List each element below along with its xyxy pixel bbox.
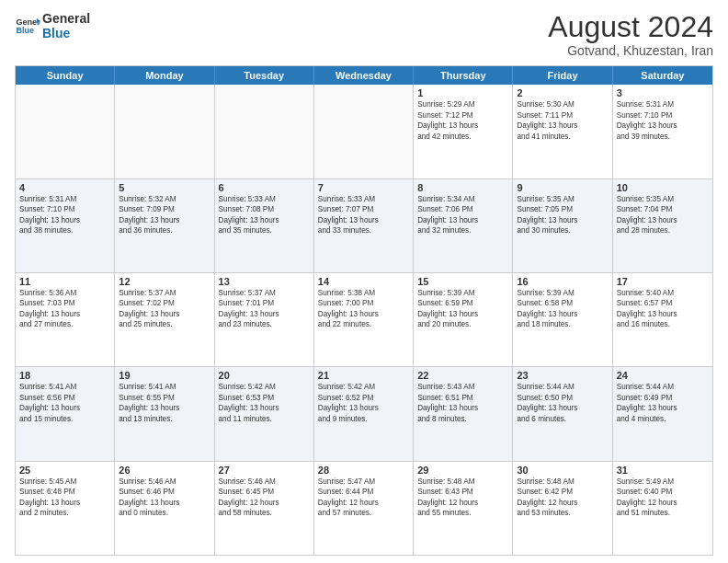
day-info: Sunrise: 5:39 AM Sunset: 6:58 PM Dayligh… [517, 288, 608, 330]
day-info: Sunrise: 5:41 AM Sunset: 6:56 PM Dayligh… [19, 382, 110, 424]
day-number: 10 [617, 182, 709, 193]
cal-cell-5: 5Sunrise: 5:32 AM Sunset: 7:09 PM Daylig… [115, 179, 214, 272]
cal-cell-6: 6Sunrise: 5:33 AM Sunset: 7:08 PM Daylig… [215, 179, 314, 272]
day-number: 20 [219, 370, 310, 381]
day-info: Sunrise: 5:44 AM Sunset: 6:49 PM Dayligh… [617, 382, 709, 424]
day-info: Sunrise: 5:43 AM Sunset: 6:51 PM Dayligh… [417, 382, 508, 424]
calendar-body: 1Sunrise: 5:29 AM Sunset: 7:12 PM Daylig… [16, 85, 712, 555]
day-number: 28 [318, 465, 409, 476]
day-info: Sunrise: 5:48 AM Sunset: 6:43 PM Dayligh… [417, 477, 508, 519]
day-number: 16 [517, 276, 608, 287]
cal-cell-16: 16Sunrise: 5:39 AM Sunset: 6:58 PM Dayli… [513, 273, 612, 366]
day-number: 21 [318, 370, 409, 381]
cal-row-2: 4Sunrise: 5:31 AM Sunset: 7:10 PM Daylig… [16, 179, 712, 273]
day-info: Sunrise: 5:40 AM Sunset: 6:57 PM Dayligh… [617, 288, 709, 330]
cal-cell-4: 4Sunrise: 5:31 AM Sunset: 7:10 PM Daylig… [16, 179, 115, 272]
day-info: Sunrise: 5:46 AM Sunset: 6:45 PM Dayligh… [219, 477, 310, 519]
cal-cell-14: 14Sunrise: 5:38 AM Sunset: 7:00 PM Dayli… [314, 273, 414, 366]
day-number: 7 [318, 182, 409, 193]
cal-cell-1: 1Sunrise: 5:29 AM Sunset: 7:12 PM Daylig… [414, 85, 513, 178]
cal-cell-22: 22Sunrise: 5:43 AM Sunset: 6:51 PM Dayli… [414, 367, 513, 460]
cal-cell-8: 8Sunrise: 5:34 AM Sunset: 7:06 PM Daylig… [414, 179, 513, 272]
day-number: 4 [19, 182, 110, 193]
logo-general: General [42, 11, 90, 26]
day-number: 30 [517, 465, 608, 476]
day-number: 17 [617, 276, 709, 287]
day-info: Sunrise: 5:41 AM Sunset: 6:55 PM Dayligh… [119, 382, 210, 424]
day-number: 14 [318, 276, 409, 287]
title-block: August 2024 Gotvand, Khuzestan, Iran [548, 11, 713, 58]
header-day-thursday: Thursday [414, 66, 513, 85]
cal-cell-empty-0-1 [115, 85, 214, 178]
day-info: Sunrise: 5:37 AM Sunset: 7:02 PM Dayligh… [119, 288, 210, 330]
day-info: Sunrise: 5:32 AM Sunset: 7:09 PM Dayligh… [119, 194, 210, 236]
day-info: Sunrise: 5:33 AM Sunset: 7:07 PM Dayligh… [318, 194, 409, 236]
cal-cell-13: 13Sunrise: 5:37 AM Sunset: 7:01 PM Dayli… [215, 273, 314, 366]
svg-text:Blue: Blue [16, 26, 34, 35]
day-number: 13 [219, 276, 310, 287]
day-info: Sunrise: 5:29 AM Sunset: 7:12 PM Dayligh… [417, 99, 508, 142]
day-info: Sunrise: 5:34 AM Sunset: 7:06 PM Dayligh… [417, 194, 508, 236]
day-info: Sunrise: 5:31 AM Sunset: 7:10 PM Dayligh… [19, 194, 110, 236]
header-day-friday: Friday [513, 66, 612, 85]
cal-row-3: 11Sunrise: 5:36 AM Sunset: 7:03 PM Dayli… [16, 273, 712, 367]
cal-cell-11: 11Sunrise: 5:36 AM Sunset: 7:03 PM Dayli… [16, 273, 115, 366]
cal-cell-27: 27Sunrise: 5:46 AM Sunset: 6:45 PM Dayli… [215, 462, 314, 555]
cal-cell-15: 15Sunrise: 5:39 AM Sunset: 6:59 PM Dayli… [414, 273, 513, 366]
day-number: 31 [617, 465, 709, 476]
cal-cell-25: 25Sunrise: 5:45 AM Sunset: 6:48 PM Dayli… [16, 462, 115, 555]
logo-blue: Blue [42, 26, 90, 40]
cal-cell-empty-0-2 [215, 85, 314, 178]
cal-cell-31: 31Sunrise: 5:49 AM Sunset: 6:40 PM Dayli… [613, 462, 712, 555]
day-number: 12 [119, 276, 210, 287]
cal-cell-21: 21Sunrise: 5:42 AM Sunset: 6:52 PM Dayli… [314, 367, 414, 460]
day-info: Sunrise: 5:39 AM Sunset: 6:59 PM Dayligh… [417, 288, 508, 330]
day-number: 5 [119, 182, 210, 193]
cal-cell-3: 3Sunrise: 5:31 AM Sunset: 7:10 PM Daylig… [613, 85, 712, 178]
day-number: 22 [417, 370, 508, 381]
header-day-sunday: Sunday [16, 66, 115, 85]
day-number: 3 [617, 87, 709, 98]
day-number: 19 [119, 370, 210, 381]
location: Gotvand, Khuzestan, Iran [548, 43, 713, 58]
cal-cell-23: 23Sunrise: 5:44 AM Sunset: 6:50 PM Dayli… [513, 367, 612, 460]
day-info: Sunrise: 5:36 AM Sunset: 7:03 PM Dayligh… [19, 288, 110, 330]
day-info: Sunrise: 5:46 AM Sunset: 6:46 PM Dayligh… [119, 477, 210, 519]
cal-cell-30: 30Sunrise: 5:48 AM Sunset: 6:42 PM Dayli… [513, 462, 612, 555]
day-info: Sunrise: 5:37 AM Sunset: 7:01 PM Dayligh… [219, 288, 310, 330]
day-info: Sunrise: 5:44 AM Sunset: 6:50 PM Dayligh… [517, 382, 608, 424]
day-number: 11 [19, 276, 110, 287]
day-info: Sunrise: 5:42 AM Sunset: 6:53 PM Dayligh… [219, 382, 310, 424]
day-info: Sunrise: 5:35 AM Sunset: 7:05 PM Dayligh… [517, 194, 608, 236]
day-info: Sunrise: 5:30 AM Sunset: 7:11 PM Dayligh… [517, 99, 608, 142]
day-number: 9 [517, 182, 608, 193]
day-number: 1 [417, 87, 508, 98]
calendar-header: SundayMondayTuesdayWednesdayThursdayFrid… [16, 66, 712, 85]
day-number: 15 [417, 276, 508, 287]
day-number: 6 [219, 182, 310, 193]
logo: General Blue General Blue [15, 11, 90, 40]
day-number: 27 [219, 465, 310, 476]
page: General Blue General Blue August 2024 Go… [0, 0, 728, 563]
logo-icon: General Blue [15, 13, 40, 39]
header-day-monday: Monday [115, 66, 214, 85]
day-number: 24 [617, 370, 709, 381]
cal-row-4: 18Sunrise: 5:41 AM Sunset: 6:56 PM Dayli… [16, 367, 712, 461]
cal-cell-12: 12Sunrise: 5:37 AM Sunset: 7:02 PM Dayli… [115, 273, 214, 366]
day-number: 25 [19, 465, 110, 476]
day-info: Sunrise: 5:33 AM Sunset: 7:08 PM Dayligh… [219, 194, 310, 236]
day-number: 8 [417, 182, 508, 193]
header-day-wednesday: Wednesday [314, 66, 414, 85]
cal-cell-2: 2Sunrise: 5:30 AM Sunset: 7:11 PM Daylig… [513, 85, 612, 178]
cal-cell-9: 9Sunrise: 5:35 AM Sunset: 7:05 PM Daylig… [513, 179, 612, 272]
cal-cell-24: 24Sunrise: 5:44 AM Sunset: 6:49 PM Dayli… [613, 367, 712, 460]
calendar: SundayMondayTuesdayWednesdayThursdayFrid… [15, 65, 713, 556]
cal-cell-7: 7Sunrise: 5:33 AM Sunset: 7:07 PM Daylig… [314, 179, 414, 272]
day-number: 18 [19, 370, 110, 381]
header-day-tuesday: Tuesday [215, 66, 314, 85]
cal-cell-20: 20Sunrise: 5:42 AM Sunset: 6:53 PM Dayli… [215, 367, 314, 460]
day-number: 26 [119, 465, 210, 476]
day-info: Sunrise: 5:31 AM Sunset: 7:10 PM Dayligh… [617, 99, 709, 142]
day-info: Sunrise: 5:49 AM Sunset: 6:40 PM Dayligh… [617, 477, 709, 519]
header-day-saturday: Saturday [613, 66, 712, 85]
